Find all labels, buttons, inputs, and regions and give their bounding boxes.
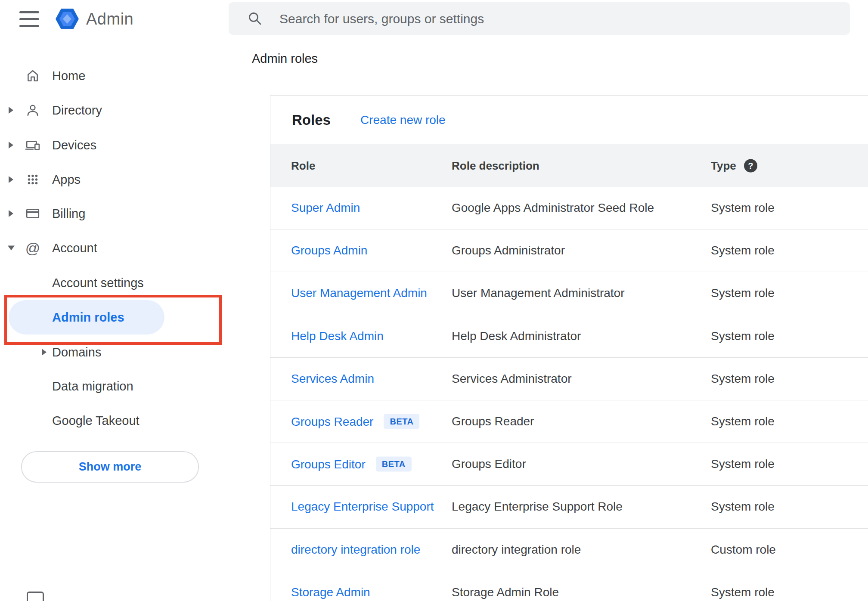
sidebar: Admin Home Directory Devices bbox=[0, 0, 229, 601]
sidebar-item-admin-roles[interactable]: Admin roles bbox=[0, 300, 229, 335]
table-row: Groups Editor BETA Groups Editor System … bbox=[270, 443, 868, 486]
role-link[interactable]: Super Admin bbox=[291, 201, 360, 215]
beta-badge: BETA bbox=[376, 457, 412, 472]
table-row: Storage Admin Storage Admin Role System … bbox=[270, 571, 868, 601]
table-row: Groups Reader BETA Groups Reader System … bbox=[270, 400, 868, 443]
account-at-icon: @ bbox=[25, 240, 40, 256]
table-row: Help Desk Admin Help Desk Administrator … bbox=[270, 315, 868, 358]
app-logo: Admin bbox=[55, 7, 133, 31]
role-description: directory integration role bbox=[452, 543, 581, 557]
roles-table-header: Role Role description Type ? bbox=[270, 144, 868, 187]
role-type: System role bbox=[711, 457, 775, 471]
expand-arrow-icon[interactable] bbox=[9, 142, 13, 149]
table-row: User Management Admin User Management Ad… bbox=[270, 272, 868, 315]
sidebar-item-label: Apps bbox=[52, 173, 81, 187]
role-description: Services Administrator bbox=[452, 372, 572, 386]
sidebar-item-label: Domains bbox=[52, 345, 101, 359]
beta-badge: BETA bbox=[384, 414, 419, 429]
role-type: Custom role bbox=[711, 543, 776, 557]
column-header-type: Type ? bbox=[711, 159, 757, 172]
column-header-description: Role description bbox=[452, 159, 539, 172]
role-description: Groups Editor bbox=[452, 457, 526, 471]
roles-card-header: Roles Create new role bbox=[270, 96, 868, 144]
sidebar-item-devices[interactable]: Devices bbox=[0, 128, 229, 162]
devices-icon bbox=[25, 137, 40, 153]
role-link[interactable]: Services Admin bbox=[291, 372, 374, 386]
role-link[interactable]: Storage Admin bbox=[291, 586, 370, 599]
sidebar-item-label: Account settings bbox=[52, 276, 144, 290]
role-link[interactable]: Groups Admin bbox=[291, 244, 367, 257]
admin-hexagon-icon bbox=[55, 8, 79, 30]
role-type: System role bbox=[711, 586, 775, 599]
role-link[interactable]: Groups Editor bbox=[291, 457, 366, 471]
sidebar-item-account[interactable]: @ Account bbox=[0, 231, 229, 265]
header-divider bbox=[229, 76, 868, 76]
sidebar-item-account-settings[interactable]: Account settings bbox=[0, 266, 229, 300]
sidebar-item-apps[interactable]: Apps bbox=[0, 162, 229, 197]
role-description: Groups Reader bbox=[452, 415, 534, 428]
table-row: Legacy Enterprise Support Legacy Enterpr… bbox=[270, 486, 868, 528]
menu-hamburger-icon[interactable] bbox=[19, 11, 39, 27]
sidebar-item-domains[interactable]: Domains bbox=[0, 335, 229, 369]
home-icon bbox=[25, 68, 40, 84]
role-description: Google Apps Administrator Seed Role bbox=[452, 201, 654, 215]
show-more-button[interactable]: Show more bbox=[21, 451, 199, 483]
role-type: System role bbox=[711, 329, 775, 343]
role-link[interactable]: Groups Reader bbox=[291, 415, 373, 428]
role-link[interactable]: directory integration role bbox=[291, 543, 420, 557]
column-header-role: Role bbox=[291, 159, 315, 172]
table-row: Super Admin Google Apps Administrator Se… bbox=[270, 187, 868, 229]
role-type: System role bbox=[711, 372, 775, 386]
search-icon bbox=[248, 11, 262, 28]
roles-table-body: Super Admin Google Apps Administrator Se… bbox=[270, 187, 868, 601]
sidebar-item-label: Account bbox=[52, 241, 97, 255]
expand-arrow-icon[interactable] bbox=[9, 176, 13, 183]
role-link[interactable]: Help Desk Admin bbox=[291, 329, 384, 343]
table-row: Groups Admin Groups Administrator System… bbox=[270, 229, 868, 272]
role-type: System role bbox=[711, 500, 775, 514]
sidebar-item-google-takeout[interactable]: Google Takeout bbox=[0, 403, 229, 438]
column-header-type-label: Type bbox=[711, 159, 736, 172]
sidebar-item-label: Home bbox=[52, 69, 85, 83]
sidebar-item-billing[interactable]: Billing bbox=[0, 196, 229, 231]
sidebar-item-label: Billing bbox=[52, 207, 85, 221]
expand-arrow-icon[interactable] bbox=[9, 210, 13, 217]
breadcrumb: Admin roles bbox=[252, 52, 318, 66]
sidebar-item-label: Google Takeout bbox=[52, 414, 140, 428]
sidebar-item-label: Devices bbox=[52, 138, 96, 152]
role-link[interactable]: User Management Admin bbox=[291, 286, 427, 300]
role-description: Help Desk Administrator bbox=[452, 329, 581, 343]
role-type: System role bbox=[711, 201, 775, 215]
role-type: System role bbox=[711, 244, 775, 257]
role-description: User Management Administrator bbox=[452, 286, 625, 300]
partial-bottom-icon bbox=[27, 592, 44, 601]
brand-name: Admin bbox=[86, 10, 133, 28]
expand-arrow-icon[interactable] bbox=[9, 107, 13, 114]
person-icon bbox=[25, 102, 40, 118]
roles-card: Roles Create new role Role Role descript… bbox=[270, 95, 868, 601]
sidebar-item-label: Directory bbox=[52, 103, 102, 118]
collapse-arrow-icon[interactable] bbox=[8, 246, 15, 251]
apps-grid-icon bbox=[25, 172, 40, 187]
table-row: Services Admin Services Administrator Sy… bbox=[270, 358, 868, 400]
create-new-role-link[interactable]: Create new role bbox=[360, 113, 446, 127]
role-type: System role bbox=[711, 415, 775, 428]
card-title: Roles bbox=[292, 112, 331, 128]
billing-card-icon bbox=[25, 206, 40, 221]
search-input[interactable] bbox=[279, 2, 831, 36]
search-bar[interactable] bbox=[229, 2, 850, 35]
role-link[interactable]: Legacy Enterprise Support bbox=[291, 500, 434, 514]
sidebar-item-home[interactable]: Home bbox=[0, 59, 229, 93]
role-type: System role bbox=[711, 286, 775, 300]
role-description: Legacy Enterprise Support Role bbox=[452, 500, 623, 514]
sidebar-item-directory[interactable]: Directory bbox=[0, 93, 229, 127]
role-description: Storage Admin Role bbox=[452, 586, 559, 599]
sidebar-item-data-migration[interactable]: Data migration bbox=[0, 369, 229, 403]
sidebar-item-label: Admin roles bbox=[52, 310, 124, 325]
help-icon[interactable]: ? bbox=[744, 159, 757, 172]
role-description: Groups Administrator bbox=[452, 244, 565, 257]
table-row: directory integration role directory int… bbox=[270, 529, 868, 571]
sidebar-item-label: Data migration bbox=[52, 379, 133, 393]
expand-arrow-icon[interactable] bbox=[42, 349, 46, 356]
